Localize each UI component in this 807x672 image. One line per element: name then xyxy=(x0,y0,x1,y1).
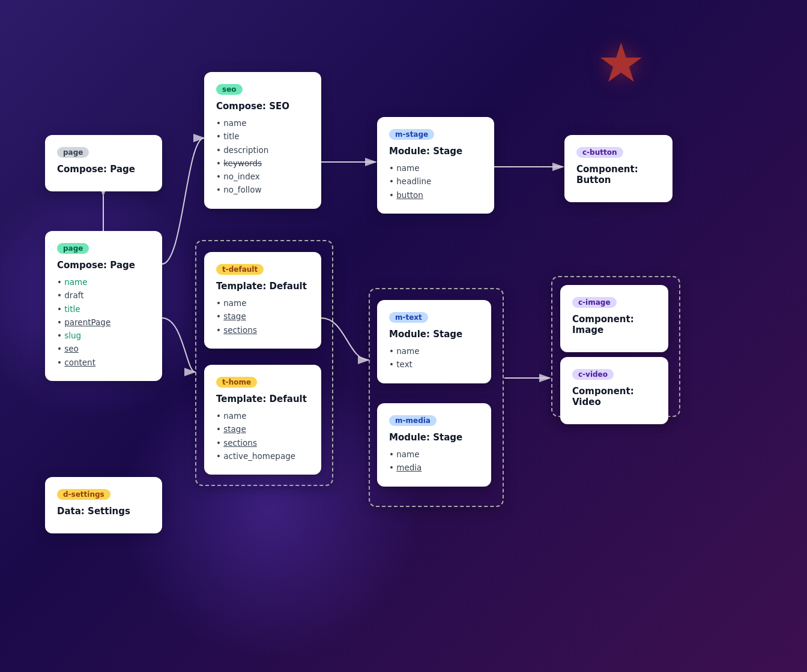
card-t-default: t-default Template: Default name stage s… xyxy=(204,252,321,349)
list-item: stage xyxy=(216,422,309,436)
badge-c-video: c-video xyxy=(572,369,614,380)
card-m-media-list: name media xyxy=(389,448,479,475)
card-m-media-title: Module: Stage xyxy=(389,432,479,443)
list-item: content xyxy=(57,356,150,369)
card-m-text-title: Module: Stage xyxy=(389,329,479,340)
list-item: name xyxy=(216,296,309,310)
list-item: sections xyxy=(216,436,309,449)
card-page-simple: page Compose: Page xyxy=(45,135,162,191)
badge-m-media: m-media xyxy=(389,415,437,426)
star-decoration: ★ xyxy=(597,36,651,90)
list-item: draft xyxy=(57,289,150,302)
card-c-video-title: Component: Video xyxy=(572,386,656,407)
card-m-stage-list: name headline button xyxy=(389,161,482,202)
list-item: name xyxy=(216,409,309,422)
card-seo-list: name title description keywords no_index… xyxy=(216,116,309,197)
badge-t-default: t-default xyxy=(216,264,264,275)
star-icon: ★ xyxy=(597,31,645,94)
card-seo: seo Compose: SEO name title description … xyxy=(204,72,321,209)
card-d-settings-title: Data: Settings xyxy=(57,506,150,517)
card-m-text: m-text Module: Stage name text xyxy=(377,300,491,383)
list-item: seo xyxy=(57,342,150,355)
list-item: slug xyxy=(57,329,150,342)
list-item: name xyxy=(57,275,150,289)
card-t-home-list: name stage sections active_homepage xyxy=(216,409,309,463)
list-item: no_index xyxy=(216,170,309,183)
card-m-stage-title: Module: Stage xyxy=(389,146,482,157)
list-item: button xyxy=(389,188,482,202)
list-item: no_follow xyxy=(216,183,309,196)
badge-page-simple: page xyxy=(57,147,89,158)
badge-seo: seo xyxy=(216,84,243,95)
card-t-home-title: Template: Default xyxy=(216,394,309,404)
badge-c-image: c-image xyxy=(572,297,617,308)
card-page-simple-title: Compose: Page xyxy=(57,164,150,175)
list-item: active_homepage xyxy=(216,449,309,463)
list-item: title xyxy=(57,302,150,316)
card-c-image: c-image Component: Image xyxy=(560,285,668,352)
card-m-text-list: name text xyxy=(389,344,479,371)
list-item: name xyxy=(216,116,309,130)
list-item: name xyxy=(389,161,482,175)
card-seo-title: Compose: SEO xyxy=(216,101,309,112)
list-item: stage xyxy=(216,310,309,323)
list-item: text xyxy=(389,358,479,371)
list-item: sections xyxy=(216,323,309,337)
list-item: description xyxy=(216,143,309,157)
card-m-media: m-media Module: Stage name media xyxy=(377,403,491,487)
list-item: keywords xyxy=(216,157,309,170)
card-c-image-title: Component: Image xyxy=(572,314,656,335)
badge-m-stage: m-stage xyxy=(389,129,434,140)
badge-c-button: c-button xyxy=(576,147,623,158)
card-m-stage: m-stage Module: Stage name headline butt… xyxy=(377,117,494,214)
list-item: headline xyxy=(389,175,482,188)
list-item: title xyxy=(216,130,309,143)
list-item: parentPage xyxy=(57,316,150,329)
list-item: media xyxy=(389,461,479,474)
card-c-button: c-button Component: Button xyxy=(564,135,672,202)
card-page-full: page Compose: Page name draft title pare… xyxy=(45,231,162,381)
badge-d-settings: d-settings xyxy=(57,489,110,500)
list-item: name xyxy=(389,344,479,358)
badge-m-text: m-text xyxy=(389,312,428,323)
card-t-default-title: Template: Default xyxy=(216,281,309,292)
badge-page-full: page xyxy=(57,243,89,254)
card-c-video: c-video Component: Video xyxy=(560,357,668,424)
list-item: name xyxy=(389,448,479,461)
card-t-home: t-home Template: Default name stage sect… xyxy=(204,365,321,475)
card-c-button-title: Component: Button xyxy=(576,164,660,185)
card-t-default-list: name stage sections xyxy=(216,296,309,337)
badge-t-home: t-home xyxy=(216,377,257,388)
card-page-full-list: name draft title parentPage slug seo con… xyxy=(57,275,150,369)
card-d-settings: d-settings Data: Settings xyxy=(45,477,162,533)
card-page-full-title: Compose: Page xyxy=(57,260,150,271)
